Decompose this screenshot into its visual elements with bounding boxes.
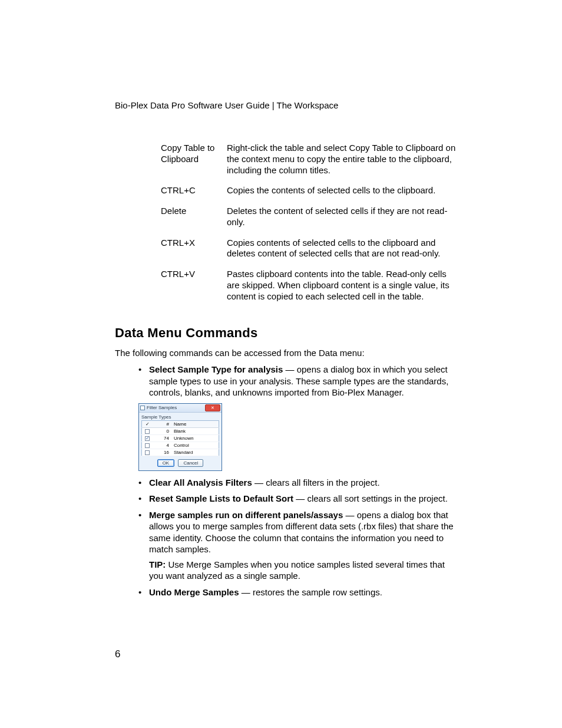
cell-name: Control	[173, 442, 219, 449]
shortcut-row: CTRL+X Copies contents of selected cells…	[161, 238, 459, 260]
dialog-body: Sample Types ✓ # Name 0 Blank	[139, 413, 222, 470]
ok-button[interactable]: OK	[157, 459, 175, 467]
checkbox[interactable]	[145, 429, 150, 434]
table-row: 0 Blank	[142, 427, 219, 434]
table-row: 74 Unknown	[142, 434, 219, 442]
dialog-section-label: Sample Types	[141, 414, 219, 420]
term-undo-merge: Undo Merge Samples	[149, 587, 239, 597]
cell-count: 4	[153, 442, 173, 449]
col-check: ✓	[142, 420, 153, 427]
shortcut-row: Copy Table to Clipboard Right-click the …	[161, 143, 459, 176]
list-item: Merge samples run on different panels/as…	[138, 509, 459, 582]
shortcut-key: Copy Table to Clipboard	[161, 143, 227, 176]
section-intro: The following commands can be accessed f…	[115, 348, 459, 358]
col-count: #	[153, 420, 173, 427]
dialog-titlebar: Filter Samples	[139, 404, 222, 413]
shortcut-key: CTRL+C	[161, 185, 227, 196]
shortcut-desc: Pastes clipboard contents into the table…	[227, 269, 459, 302]
cell-count: 16	[153, 449, 173, 456]
shortcut-desc: Copies the contents of selected cells to…	[227, 185, 459, 196]
term-merge-samples: Merge samples run on different panels/as…	[149, 510, 343, 520]
cell-name: Blank	[173, 427, 219, 434]
checkbox[interactable]	[145, 450, 150, 455]
dialog-buttons: OK Cancel	[141, 459, 219, 467]
cancel-button[interactable]: Cancel	[178, 459, 203, 467]
list-item: Reset Sample Lists to Default Sort — cle…	[138, 493, 459, 505]
cell-name: Standard	[173, 449, 219, 456]
shortcut-key: CTRL+X	[161, 238, 227, 260]
term-clear-filters: Clear All Analysis Filters	[149, 477, 252, 487]
page-number: 6	[115, 648, 120, 660]
app-icon	[140, 406, 145, 410]
term-desc: — restores the sample row settings.	[239, 587, 382, 597]
term-select-sample-type: Select Sample Type for analysis	[149, 364, 283, 374]
term-reset-sort: Reset Sample Lists to Default Sort	[149, 493, 293, 503]
checkbox[interactable]	[145, 443, 150, 448]
filter-samples-dialog: Filter Samples Sample Types ✓ # Name 0	[138, 403, 222, 471]
shortcut-desc: Right-click the table and select Copy Ta…	[227, 143, 459, 176]
shortcut-row: CTRL+V Pastes clipboard contents into th…	[161, 269, 459, 302]
table-row: 16 Standard	[142, 449, 219, 456]
checkbox[interactable]	[145, 436, 150, 441]
shortcut-row: Delete Deletes the content of selected c…	[161, 206, 459, 228]
col-name: Name	[173, 420, 219, 427]
shortcut-desc: Copies contents of selected cells to the…	[227, 238, 459, 260]
shortcut-row: CTRL+C Copies the contents of selected c…	[161, 185, 459, 196]
page-header: Bio-Plex Data Pro Software User Guide | …	[115, 100, 459, 110]
list-item: Undo Merge Samples — restores the sample…	[138, 587, 459, 598]
term-desc: — clears all filters in the project.	[252, 477, 380, 487]
shortcut-desc: Deletes the content of selected cells if…	[227, 206, 459, 228]
section-heading: Data Menu Commands	[115, 325, 459, 341]
cell-name: Unknown	[173, 434, 219, 442]
dialog-title: Filter Samples	[147, 405, 205, 410]
sample-types-table: ✓ # Name 0 Blank 74 Unknown	[141, 420, 219, 456]
tip-block: TIP: Use Merge Samples when you notice s…	[149, 559, 459, 582]
term-desc: — clears all sort settings in the projec…	[293, 493, 448, 503]
bullet-list: Clear All Analysis Filters — clears all …	[138, 477, 459, 598]
shortcut-key: Delete	[161, 206, 227, 228]
tip-text: Use Merge Samples when you notice sample…	[149, 559, 445, 581]
table-row: 4 Control	[142, 442, 219, 449]
close-icon[interactable]	[205, 404, 220, 411]
bullet-list: Select Sample Type for analysis — opens …	[138, 364, 459, 398]
cell-count: 74	[153, 434, 173, 442]
list-item: Select Sample Type for analysis — opens …	[138, 364, 459, 398]
shortcut-table: Copy Table to Clipboard Right-click the …	[161, 143, 459, 302]
tip-label: TIP:	[149, 559, 166, 569]
list-item: Clear All Analysis Filters — clears all …	[138, 477, 459, 489]
shortcut-key: CTRL+V	[161, 269, 227, 302]
cell-count: 0	[153, 427, 173, 434]
